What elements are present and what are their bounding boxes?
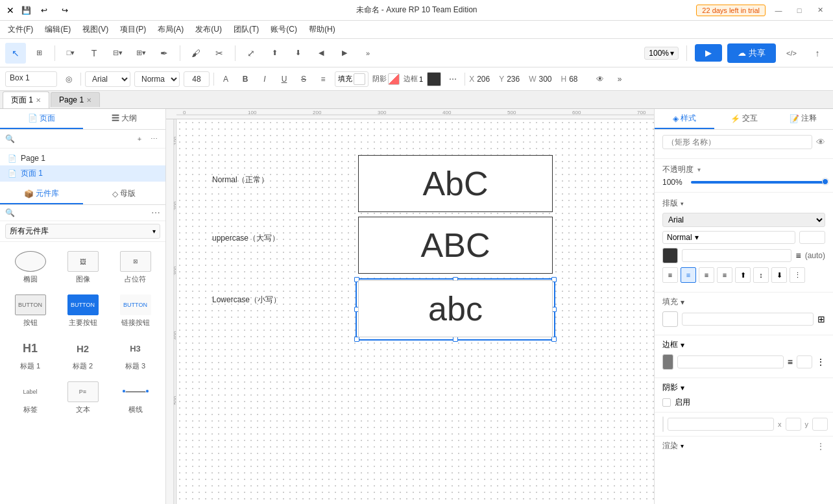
visibility-icon[interactable]: 👁 (816, 137, 825, 147)
code-button[interactable]: </> (781, 43, 802, 64)
element-name-select[interactable]: Box 1 (5, 71, 57, 87)
text-top-btn[interactable]: ⬆ (735, 267, 751, 283)
align-left[interactable]: ◀ (311, 43, 332, 64)
border-color-box[interactable] (662, 354, 673, 370)
align-right[interactable]: ▶ (334, 43, 355, 64)
comp-button[interactable]: BUTTON 按钮 (5, 291, 55, 331)
more-options-icon[interactable]: ⋯ (445, 71, 461, 87)
transform-tool[interactable]: ⊞ (29, 43, 49, 64)
comp-text[interactable]: P≡ 文本 (58, 378, 108, 418)
page-item-page2[interactable]: 📄 页面 1 (0, 165, 165, 182)
align-left-btn[interactable]: ≡ (662, 267, 678, 283)
more-tools[interactable]: » (357, 43, 378, 64)
align-justify-btn[interactable]: ≡ (717, 267, 732, 283)
text-bottom-btn[interactable]: ⬇ (771, 267, 787, 283)
font-size-input[interactable]: 48 (184, 71, 210, 87)
align-center-btn[interactable]: ≡ (681, 267, 696, 283)
bold-btn[interactable]: B (237, 71, 253, 87)
crop-tool[interactable]: ✂ (209, 43, 230, 64)
sidebar-search-input[interactable] (18, 134, 130, 143)
shadow-color-box[interactable] (662, 416, 664, 432)
font-color-icon[interactable]: A (218, 71, 234, 87)
menu-help[interactable]: 帮助(H) (304, 23, 341, 36)
color-icon[interactable]: ≡ (795, 250, 801, 261)
rectangle-tool[interactable]: □▾ (60, 43, 81, 64)
canvas-box-2[interactable]: ABC (358, 217, 553, 274)
maximize-btn[interactable]: □ (791, 3, 807, 18)
menu-publish[interactable]: 发布(U) (190, 23, 227, 36)
align-right-btn[interactable]: ≡ (699, 267, 714, 283)
align-bottom[interactable]: ⬇ (287, 43, 308, 64)
list-btn[interactable]: ≡ (315, 71, 331, 87)
comp-search-input[interactable] (18, 208, 149, 217)
more-prop-icon[interactable]: » (612, 71, 627, 87)
comp-label[interactable]: Label 标签 (5, 378, 55, 418)
comp-h1[interactable]: H1 标题 1 (5, 334, 55, 375)
text-color-box[interactable] (662, 248, 678, 263)
text-color-hex[interactable]: #333333 (682, 249, 791, 262)
border-more-icon[interactable]: ⋮ (816, 357, 825, 367)
menu-file[interactable]: 文件(F) (3, 23, 38, 36)
canvas-main[interactable]: Normal（正常） AbC uppercase（大写） ABC Lowerca (176, 119, 654, 504)
undo-btn[interactable]: ↩ (36, 3, 52, 18)
menu-team[interactable]: 团队(T) (228, 23, 264, 36)
font-weight-select[interactable]: Normal (134, 71, 180, 87)
tab-outline[interactable]: ☰ 大纲 (83, 109, 166, 129)
comp-tab-master[interactable]: ◇ 母版 (83, 184, 166, 204)
preview-button[interactable]: ▶ (695, 44, 722, 62)
add-page-btn[interactable]: + (133, 132, 146, 145)
align-top[interactable]: ⬆ (264, 43, 285, 64)
opacity-slider[interactable] (691, 181, 825, 184)
menu-layout[interactable]: 布局(A) (152, 23, 189, 36)
shadow-color-preview[interactable] (388, 73, 400, 85)
page-item-page1[interactable]: 📄 Page 1 (0, 151, 165, 165)
italic-btn[interactable]: I (257, 71, 272, 87)
element-name-field[interactable] (662, 135, 812, 149)
shadow-x-input[interactable]: 5 (786, 418, 801, 431)
comp-image[interactable]: 🖼 图像 (58, 247, 108, 288)
font-family-select[interactable]: Arial (85, 71, 130, 87)
menu-project[interactable]: 项目(P) (115, 23, 151, 36)
font-size-field[interactable]: 48 (799, 231, 825, 244)
more-pages-btn[interactable]: ⋯ (147, 132, 160, 145)
comp-filter-select[interactable]: 所有元件库 ▾ (5, 224, 160, 239)
text-more-btn[interactable]: ⋮ (790, 267, 805, 283)
border-width-icon[interactable]: ≡ (788, 357, 793, 367)
font-weight-dropdown[interactable]: Normal ▾ (662, 231, 795, 244)
canvas-box-1[interactable]: AbC (358, 155, 553, 212)
tab-page1[interactable]: 页面 1 ✕ (3, 91, 49, 108)
select-tool[interactable]: ↖ (5, 43, 26, 64)
eye-icon[interactable]: 👁 (592, 71, 608, 87)
text-tool[interactable]: T (84, 43, 104, 64)
tab-page2[interactable]: Page 1 ✕ (51, 92, 100, 107)
comp-h2[interactable]: H2 标题 2 (58, 334, 108, 375)
comp-tab-library[interactable]: 📦 元件库 (0, 184, 83, 204)
menu-account[interactable]: 账号(C) (265, 23, 302, 36)
comp-placeholder[interactable]: ⊠ 占位符 (110, 247, 160, 288)
shadow-enable-checkbox[interactable] (662, 398, 671, 407)
color-swatch[interactable] (427, 72, 441, 86)
right-tab-interaction[interactable]: ⚡ 交互 (714, 109, 774, 129)
save-icon[interactable]: 💾 (21, 5, 31, 16)
render-more-btn[interactable]: ⋮ (816, 441, 825, 451)
close-btn[interactable]: ✕ (812, 3, 828, 18)
share-button[interactable]: ☁ 样式 共享 (727, 43, 776, 63)
menu-edit[interactable]: 编辑(E) (40, 23, 76, 36)
zoom-control[interactable]: 100% ▾ (644, 47, 679, 60)
shadow-color-hex[interactable]: #000000 (668, 418, 774, 431)
comp-ellipse[interactable]: 椭圆 (5, 247, 55, 288)
canvas-box-3[interactable]: abc (358, 280, 553, 337)
fill-color-hex[interactable]: #FFFFFF (682, 313, 814, 326)
strikethrough-btn[interactable]: S (296, 71, 311, 87)
comp-link-button[interactable]: BUTTON 链接按钮 (110, 291, 160, 331)
resize-tool[interactable]: ⤢ (241, 43, 261, 64)
fill-options-icon[interactable]: ⊞ (817, 314, 825, 324)
text-middle-btn[interactable]: ↕ (753, 267, 769, 283)
publish-button[interactable]: ↑ (807, 43, 828, 64)
underline-btn[interactable]: U (276, 71, 292, 87)
fill-color-preview[interactable] (354, 73, 365, 85)
comp-more-btn[interactable]: ⋯ (151, 208, 160, 218)
redo-btn[interactable]: ↪ (57, 3, 73, 18)
comp-line[interactable]: 横线 (110, 378, 160, 418)
border-color-hex[interactable]: #797979 (677, 355, 784, 368)
